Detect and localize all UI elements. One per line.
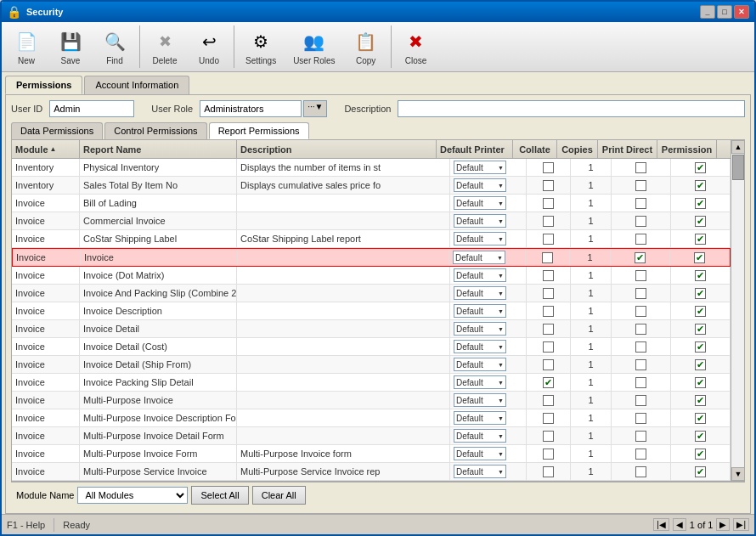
settings-button[interactable]: ⚙ Settings <box>238 25 284 69</box>
table-row[interactable]: InvoiceBill of LadingDefault▼1✔ <box>12 195 731 212</box>
checkbox[interactable]: ✔ <box>695 324 706 335</box>
checkbox[interactable] <box>543 216 554 227</box>
scroll-thumb[interactable] <box>732 155 744 180</box>
table-row[interactable]: InvoiceMulti-Purpose Invoice Detail Form… <box>12 427 731 445</box>
col-header-print-direct[interactable]: Print Direct <box>598 140 657 158</box>
checkbox[interactable] <box>635 198 646 209</box>
checkbox[interactable] <box>635 216 646 227</box>
module-name-select[interactable]: All Modules <box>77 487 188 504</box>
nav-prev-button[interactable]: ◀ <box>673 518 686 531</box>
checkbox[interactable] <box>635 288 646 299</box>
checkbox[interactable]: ✔ <box>694 252 705 263</box>
table-row[interactable]: InvoiceMulti-Purpose Service InvoiceMult… <box>12 463 731 481</box>
checkbox[interactable] <box>543 306 554 317</box>
checkbox[interactable] <box>543 466 554 477</box>
checkbox[interactable]: ✔ <box>695 466 706 477</box>
user-role-dropdown[interactable]: Administrators <box>200 100 302 117</box>
table-row[interactable]: InvoiceInvoice Detail (Cost)Default▼1✔ <box>12 338 731 356</box>
tab-control-permissions[interactable]: Control Permissions <box>104 122 206 139</box>
undo-button[interactable]: ↩ Undo <box>188 25 230 69</box>
table-row[interactable]: InvoiceMulti-Purpose InvoiceDefault▼1✔ <box>12 392 731 409</box>
nav-last-button[interactable]: ▶| <box>733 518 749 531</box>
printer-dropdown[interactable]: Default▼ <box>454 232 506 245</box>
select-all-button[interactable]: Select All <box>191 486 248 505</box>
close-window-button[interactable]: ✕ <box>734 5 749 19</box>
table-row[interactable]: InventoryPhysical InventoryDisplays the … <box>12 159 731 177</box>
checkbox[interactable]: ✔ <box>695 180 706 191</box>
table-row[interactable]: InvoiceInvoiceDefault▼1✔✔ <box>12 248 731 267</box>
table-row[interactable]: InvoiceInvoice And Packing Slip (Combine… <box>12 285 731 302</box>
copy-button[interactable]: 📋 Copy <box>345 25 387 69</box>
printer-dropdown[interactable]: Default▼ <box>454 196 506 210</box>
checkbox[interactable]: ✔ <box>543 377 554 388</box>
checkbox[interactable] <box>543 180 554 191</box>
checkbox[interactable]: ✔ <box>695 216 706 227</box>
printer-dropdown[interactable]: Default▼ <box>454 286 506 300</box>
printer-dropdown[interactable]: Default▼ <box>454 375 506 389</box>
checkbox[interactable]: ✔ <box>695 162 706 173</box>
tab-permissions[interactable]: Permissions <box>5 76 82 94</box>
checkbox[interactable] <box>543 449 554 460</box>
tab-account-information[interactable]: Account Information <box>84 76 189 94</box>
tab-report-permissions[interactable]: Report Permissions <box>209 122 309 139</box>
nav-next-button[interactable]: ▶ <box>716 518 730 531</box>
checkbox[interactable]: ✔ <box>695 270 706 281</box>
table-row[interactable]: InvoiceCoStar Shipping LabelCoStar Shipp… <box>12 230 731 248</box>
checkbox[interactable]: ✔ <box>695 288 706 299</box>
printer-dropdown[interactable]: Default▼ <box>454 447 506 460</box>
printer-dropdown[interactable]: Default▼ <box>454 268 506 282</box>
save-button[interactable]: 💾 Save <box>49 25 92 69</box>
printer-dropdown[interactable]: Default▼ <box>453 251 505 264</box>
checkbox[interactable]: ✔ <box>695 234 706 245</box>
printer-dropdown[interactable]: Default▼ <box>454 358 506 371</box>
checkbox[interactable] <box>635 341 646 353</box>
scroll-up-button[interactable]: ▲ <box>731 140 745 154</box>
table-row[interactable]: InvoiceMulti-Purpose Invoice Description… <box>12 409 731 427</box>
find-button[interactable]: 🔍 Find <box>93 25 136 69</box>
printer-dropdown[interactable]: Default▼ <box>454 429 506 443</box>
printer-dropdown[interactable]: Default▼ <box>454 322 506 336</box>
checkbox[interactable] <box>635 270 646 281</box>
tab-data-permissions[interactable]: Data Permissions <box>11 122 103 139</box>
checkbox[interactable] <box>635 449 646 460</box>
checkbox[interactable] <box>543 431 554 442</box>
checkbox[interactable]: ✔ <box>695 395 706 406</box>
checkbox[interactable]: ✔ <box>695 306 706 317</box>
printer-dropdown[interactable]: Default▼ <box>454 340 506 353</box>
checkbox[interactable]: ✔ <box>695 431 706 442</box>
checkbox[interactable] <box>635 431 646 442</box>
clear-all-button[interactable]: Clear All <box>252 486 306 505</box>
checkbox[interactable]: ✔ <box>695 449 706 460</box>
new-button[interactable]: 📄 New <box>5 25 48 69</box>
checkbox[interactable] <box>635 413 646 424</box>
table-row[interactable]: InvoiceInvoice Detail (Ship From)Default… <box>12 356 731 374</box>
col-header-printer[interactable]: Default Printer <box>437 140 513 158</box>
table-row[interactable]: InvoiceMulti-Purpose Invoice FormMulti-P… <box>12 445 731 463</box>
user-id-input[interactable] <box>49 100 134 117</box>
table-row[interactable]: InvoiceInvoice Packing Slip DetailDefaul… <box>12 374 731 392</box>
checkbox[interactable]: ✔ <box>695 413 706 424</box>
checkbox[interactable] <box>635 180 646 191</box>
printer-dropdown[interactable]: Default▼ <box>454 465 506 478</box>
checkbox[interactable] <box>635 359 646 370</box>
printer-dropdown[interactable]: Default▼ <box>454 393 506 407</box>
checkbox[interactable] <box>635 306 646 317</box>
checkbox[interactable] <box>543 162 554 173</box>
scroll-track[interactable] <box>731 154 744 467</box>
checkbox[interactable]: ✔ <box>695 359 706 370</box>
table-row[interactable]: InvoiceInvoice DetailDefault▼1✔ <box>12 320 731 338</box>
table-row[interactable]: InvoiceCommercial InvoiceDefault▼1✔ <box>12 212 731 230</box>
col-header-collate[interactable]: Collate <box>513 140 557 158</box>
checkbox[interactable] <box>635 162 646 173</box>
user-roles-button[interactable]: 👥 User Roles <box>285 25 342 69</box>
role-browse-button[interactable]: ···▼ <box>303 100 327 117</box>
description-input[interactable] <box>398 100 745 117</box>
checkbox[interactable]: ✔ <box>635 252 646 263</box>
checkbox[interactable] <box>543 341 554 353</box>
col-header-report[interactable]: Report Name <box>80 140 237 158</box>
checkbox[interactable] <box>543 288 554 299</box>
checkbox[interactable] <box>635 324 646 335</box>
checkbox[interactable] <box>635 466 646 477</box>
checkbox[interactable] <box>543 270 554 281</box>
printer-dropdown[interactable]: Default▼ <box>454 411 506 425</box>
